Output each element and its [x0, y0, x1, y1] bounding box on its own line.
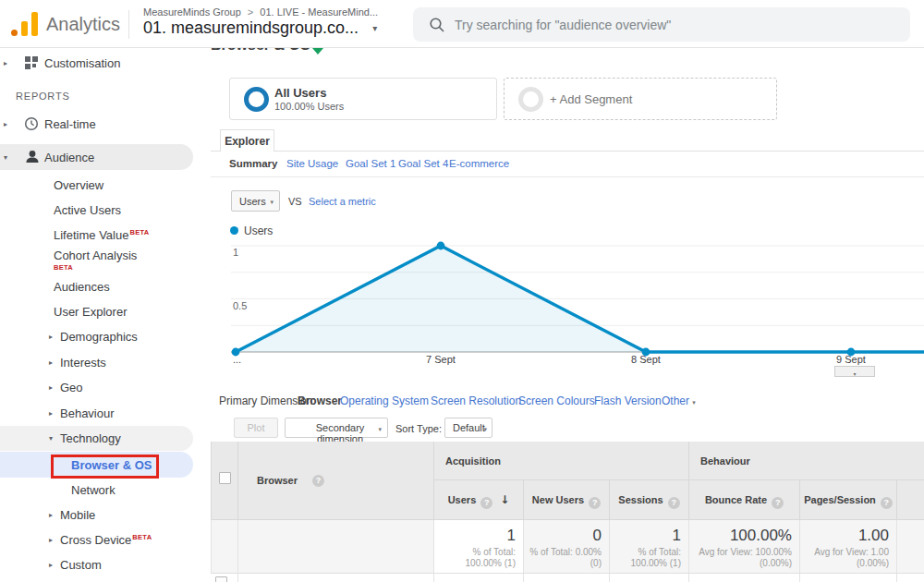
sidebar-item-network[interactable]: Network	[0, 478, 193, 503]
row-checkbox[interactable]	[215, 576, 227, 582]
sidebar-item-active-users[interactable]: Active Users	[0, 198, 193, 223]
select-metric-link[interactable]: Select a metric	[309, 196, 376, 207]
sidebar-item-label: Real-time	[44, 117, 96, 131]
metric-total-sessions: 1 % of Total: 100.00% (1)	[610, 520, 689, 574]
sidebar-item-label: Geo	[60, 381, 83, 394]
col-header-sessions[interactable]: Sessions?	[610, 480, 689, 520]
sidebar-item-audience[interactable]: ▾ Audience	[0, 144, 193, 170]
sidebar-item-label: Overview	[54, 178, 103, 192]
table-row[interactable]	[211, 574, 238, 582]
sidebar-item-label: Cross DeviceBETA	[60, 533, 152, 547]
logo-dot-icon	[11, 30, 18, 36]
expand-down-icon: ▾	[49, 434, 53, 443]
col-header-label: New Users	[532, 494, 584, 505]
tab-explorer[interactable]: Explorer	[220, 129, 274, 152]
dimension-screen-resolution[interactable]: Screen Resolution	[431, 394, 521, 407]
subtab-summary[interactable]: Summary	[229, 158, 277, 169]
sidebar-item-label: Mobile	[60, 508, 95, 522]
metric-total-bounce-rate: 100.00% Avg for View: 100.00% (0.00%)	[689, 520, 800, 574]
header-checkbox-cell	[211, 442, 238, 520]
sidebar-item-customisation[interactable]: ▸ Customisation	[0, 51, 193, 76]
sidebar-item-behaviour[interactable]: ▸ Behaviour	[0, 401, 193, 426]
col-header-pages-session[interactable]: Pages/Session?	[800, 480, 897, 520]
clock-icon	[24, 116, 39, 131]
sidebar-item-geo[interactable]: ▸ Geo	[0, 375, 193, 400]
sort-desc-icon: ↓	[500, 493, 509, 506]
sidebar-item-interests[interactable]: ▸ Interests	[0, 350, 193, 375]
help-icon[interactable]: ?	[480, 497, 492, 509]
total-subtext: % of Total: 0.00% (0)	[524, 545, 609, 569]
secondary-dimension-dropdown[interactable]: Secondary dimension ▾	[285, 418, 388, 438]
property-name: 01. measuremindsgroup.co...	[143, 18, 359, 37]
breadcrumb-view[interactable]: 01. LIVE - MeasureMind...	[260, 6, 378, 18]
col-header-users[interactable]: Users?↓	[434, 480, 524, 520]
search-bar[interactable]	[413, 7, 910, 42]
subtab-goal-set-1[interactable]: Goal Set 1	[346, 158, 395, 169]
total-subtext: % of Total: 100.00% (1)	[610, 545, 688, 569]
expand-right-icon: ▸	[49, 333, 53, 341]
subtab-goal-set-4[interactable]: Goal Set 4	[398, 158, 448, 169]
dimension-other-dropdown[interactable]: Other ▾	[662, 394, 696, 407]
breadcrumb-account[interactable]: MeasureMinds Group	[143, 6, 241, 18]
caret-down-icon: ▾	[378, 426, 382, 433]
help-icon[interactable]: ?	[881, 497, 893, 509]
dimension-operating-system[interactable]: Operating System	[340, 394, 429, 407]
dimension-screen-colours[interactable]: Screen Colours	[518, 394, 595, 407]
table-row-cell	[524, 574, 610, 582]
help-icon[interactable]: ?	[772, 497, 784, 509]
plot-rows-button[interactable]: Plot Rows	[234, 418, 278, 438]
sidebar-item-cross-device[interactable]: ▸ Cross DeviceBETA	[0, 527, 193, 552]
sidebar-item-label: Cohort Analysis	[54, 249, 137, 262]
dimension-browser[interactable]: Browser	[298, 394, 342, 407]
table-row-cell	[610, 574, 689, 582]
totals-checkbox-cell	[211, 520, 238, 574]
col-header-browser[interactable]: Browser ?	[238, 442, 434, 520]
sidebar-item-cohort-analysis[interactable]: Cohort Analysis BETA	[0, 246, 193, 277]
select-all-checkbox[interactable]	[219, 472, 231, 484]
users-line-chart: ...7 Sept8 Sept9 Sept10.5	[211, 222, 924, 379]
sidebar-item-overview[interactable]: Overview	[0, 173, 193, 198]
table-row-cell	[238, 574, 434, 582]
caret-down-icon: ▾	[372, 23, 377, 33]
property-selector[interactable]: 01. measuremindsgroup.co... ▾	[143, 18, 377, 38]
add-segment-card[interactable]: + Add Segment	[504, 78, 777, 120]
group-header-acquisition: Acquisition	[434, 442, 689, 480]
col-header-partial	[897, 480, 924, 520]
caret-down-icon: ▾	[270, 199, 274, 206]
logo-bar-icon	[31, 12, 38, 36]
beta-badge: BETA	[54, 263, 73, 272]
total-value: 1	[610, 520, 688, 545]
help-icon[interactable]: ?	[589, 497, 601, 509]
help-icon[interactable]: ?	[668, 497, 680, 509]
col-header-new-users[interactable]: New Users?	[524, 480, 610, 520]
sidebar-item-mobile[interactable]: ▸ Mobile	[0, 503, 193, 527]
sidebar-item-demographics[interactable]: ▸ Demographics	[0, 324, 193, 349]
col-header-label: Browser	[257, 475, 298, 486]
sidebar-item-label: Active Users	[54, 203, 121, 217]
sidebar-item-label: Lifetime ValueBETA	[54, 228, 149, 242]
svg-text:7 Sept: 7 Sept	[426, 354, 456, 365]
segment-all-users-card[interactable]: All Users 100.00% Users	[229, 78, 497, 120]
sort-type-dropdown[interactable]: Default ▾	[444, 418, 492, 438]
logo-bar-icon	[21, 21, 28, 36]
sidebar-item-realtime[interactable]: ▸ Real-time	[0, 112, 193, 137]
subtab-site-usage[interactable]: Site Usage	[286, 158, 338, 169]
sidebar-item-user-explorer[interactable]: User Explorer	[0, 299, 193, 324]
customisation-grid-icon	[24, 55, 39, 70]
col-header-bounce-rate[interactable]: Bounce Rate?	[689, 480, 800, 520]
subtab-ecommerce[interactable]: E-commerce	[449, 158, 509, 169]
total-subtext: Avg for View: 1.00 (0.00%)	[800, 545, 896, 569]
sidebar-item-audiences[interactable]: Audiences	[0, 274, 193, 299]
dimension-flash-version[interactable]: Flash Version	[594, 394, 662, 407]
sidebar-item-custom[interactable]: ▸ Custom	[0, 552, 193, 577]
sidebar-item-label: Interests	[60, 356, 106, 370]
sidebar-item-lifetime-value[interactable]: Lifetime ValueBETA	[0, 223, 193, 248]
sidebar-item-technology[interactable]: ▾ Technology	[0, 426, 193, 451]
search-input[interactable]	[455, 7, 889, 42]
chart-expander-button[interactable]: ▾	[834, 366, 875, 377]
help-icon[interactable]: ?	[312, 475, 324, 487]
metric-selector-dropdown[interactable]: Users ▾	[231, 190, 280, 212]
sidebar-item-label: Demographics	[60, 330, 138, 344]
caret-down-icon: ▾	[692, 399, 696, 406]
expand-down-icon: ▾	[4, 153, 7, 162]
